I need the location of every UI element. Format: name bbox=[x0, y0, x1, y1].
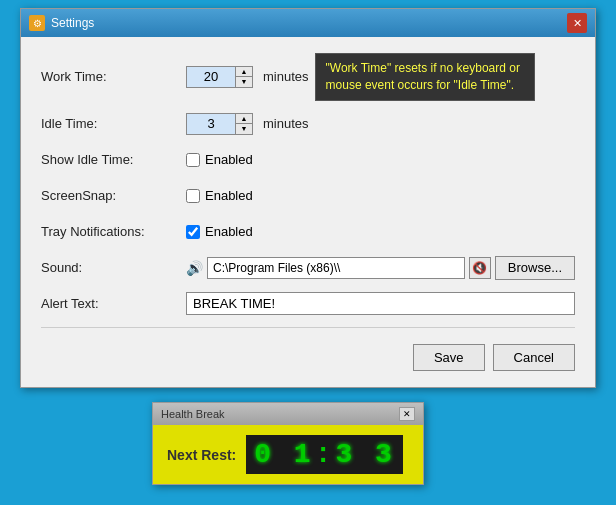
work-time-row: Work Time: ▲ ▼ minutes "Work Time" reset… bbox=[41, 53, 575, 101]
cancel-button[interactable]: Cancel bbox=[493, 344, 575, 371]
sound-label: Sound: bbox=[41, 260, 186, 275]
save-button[interactable]: Save bbox=[413, 344, 485, 371]
health-break-window: Health Break ✕ Next Rest: 0 1 : 3 3 bbox=[152, 402, 424, 485]
screensnap-row: ScreenSnap: Enabled bbox=[41, 183, 575, 209]
settings-window: ⚙ Settings ✕ Work Time: ▲ ▼ minutes "Wor… bbox=[20, 8, 596, 388]
mute-button[interactable]: 🔇 bbox=[469, 257, 491, 279]
screensnap-enabled-label: Enabled bbox=[205, 188, 253, 203]
work-time-up[interactable]: ▲ bbox=[236, 67, 252, 77]
work-time-control: ▲ ▼ minutes "Work Time" resets if no key… bbox=[186, 53, 575, 101]
show-idle-enabled-label: Enabled bbox=[205, 152, 253, 167]
next-rest-label: Next Rest: bbox=[167, 447, 236, 463]
title-bar-left: ⚙ Settings bbox=[29, 15, 94, 31]
idle-time-spin-buttons: ▲ ▼ bbox=[235, 114, 252, 134]
tray-notif-row: Tray Notifications: Enabled bbox=[41, 219, 575, 245]
sound-path-input[interactable] bbox=[207, 257, 465, 279]
window-content: Work Time: ▲ ▼ minutes "Work Time" reset… bbox=[21, 37, 595, 387]
idle-time-label: Idle Time: bbox=[41, 116, 186, 131]
health-title-bar: Health Break ✕ bbox=[153, 403, 423, 425]
digital-display: 0 1 : 3 3 bbox=[246, 435, 403, 474]
work-time-down[interactable]: ▼ bbox=[236, 77, 252, 87]
screensnap-control: Enabled bbox=[186, 188, 253, 203]
screensnap-label: ScreenSnap: bbox=[41, 188, 186, 203]
work-time-spinner: ▲ ▼ bbox=[186, 66, 253, 88]
work-time-label: Work Time: bbox=[41, 69, 186, 84]
health-window-title: Health Break bbox=[161, 408, 225, 420]
show-idle-control: Enabled bbox=[186, 152, 253, 167]
tray-notif-label: Tray Notifications: bbox=[41, 224, 186, 239]
idle-time-up[interactable]: ▲ bbox=[236, 114, 252, 124]
close-button[interactable]: ✕ bbox=[567, 13, 587, 33]
sound-control: 🔊 🔇 Browse... bbox=[186, 256, 575, 280]
alert-text-label: Alert Text: bbox=[41, 296, 186, 311]
window-title: Settings bbox=[51, 16, 94, 30]
speaker-icon[interactable]: 🔊 bbox=[186, 260, 203, 276]
tooltip-text: "Work Time" resets if no keyboard or mou… bbox=[326, 61, 520, 92]
browse-button[interactable]: Browse... bbox=[495, 256, 575, 280]
idle-time-row: Idle Time: ▲ ▼ minutes bbox=[41, 111, 575, 137]
idle-time-control: ▲ ▼ minutes bbox=[186, 113, 575, 135]
work-time-input[interactable] bbox=[187, 67, 235, 87]
health-content: Next Rest: 0 1 : 3 3 bbox=[153, 425, 423, 484]
idle-time-unit: minutes bbox=[263, 116, 309, 131]
health-close-button[interactable]: ✕ bbox=[399, 407, 415, 421]
show-idle-label: Show Idle Time: bbox=[41, 152, 186, 167]
alert-text-row: Alert Text: bbox=[41, 291, 575, 317]
title-bar: ⚙ Settings ✕ bbox=[21, 9, 595, 37]
tooltip-box: "Work Time" resets if no keyboard or mou… bbox=[315, 53, 535, 101]
display-digits2: 3 3 bbox=[335, 439, 394, 470]
display-colon1: : bbox=[315, 439, 335, 470]
show-idle-row: Show Idle Time: Enabled bbox=[41, 147, 575, 173]
work-time-unit: minutes bbox=[263, 69, 309, 84]
show-idle-checkbox[interactable] bbox=[186, 153, 200, 167]
screensnap-checkbox[interactable] bbox=[186, 189, 200, 203]
app-icon: ⚙ bbox=[29, 15, 45, 31]
tray-notif-checkbox[interactable] bbox=[186, 225, 200, 239]
alert-text-input[interactable] bbox=[186, 292, 575, 315]
idle-time-down[interactable]: ▼ bbox=[236, 124, 252, 134]
tray-notif-control: Enabled bbox=[186, 224, 253, 239]
work-time-spin-buttons: ▲ ▼ bbox=[235, 67, 252, 87]
separator bbox=[41, 327, 575, 328]
idle-time-input[interactable] bbox=[187, 114, 235, 134]
tray-notif-enabled-label: Enabled bbox=[205, 224, 253, 239]
idle-time-spinner: ▲ ▼ bbox=[186, 113, 253, 135]
button-row: Save Cancel bbox=[41, 344, 575, 371]
display-digits: 0 1 bbox=[254, 439, 313, 470]
sound-row: Sound: 🔊 🔇 Browse... bbox=[41, 255, 575, 281]
